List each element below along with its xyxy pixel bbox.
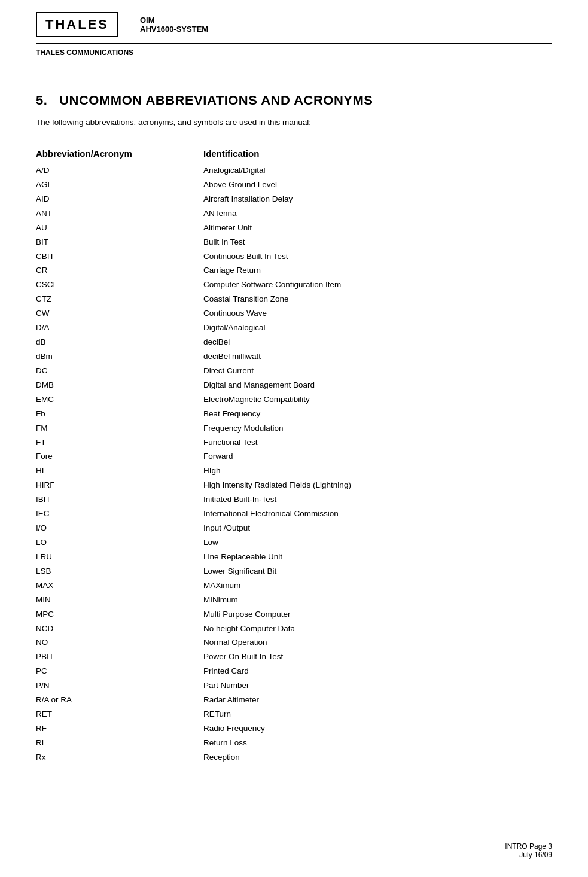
ident-cell: Beat Frequency bbox=[203, 408, 552, 421]
abbr-cell: P/N bbox=[36, 680, 203, 692]
doc-type: OIM bbox=[140, 16, 208, 25]
abbr-cell: NO bbox=[36, 637, 203, 649]
table-row: FMFrequency Modulation bbox=[36, 422, 552, 435]
abbr-cell: Fore bbox=[36, 450, 203, 463]
page-header: THALES OIM AHV1600-SYSTEM bbox=[36, 12, 552, 44]
abbr-cell: HIRF bbox=[36, 479, 203, 492]
page-container: THALES OIM AHV1600-SYSTEM THALES COMMUNI… bbox=[0, 0, 588, 877]
abbr-cell: D/A bbox=[36, 322, 203, 334]
section-number: 5. bbox=[36, 93, 47, 108]
abbr-cell: dB bbox=[36, 336, 203, 349]
abbr-cell: PC bbox=[36, 665, 203, 678]
table-row: LRULine Replaceable Unit bbox=[36, 551, 552, 564]
abbr-cell: RL bbox=[36, 737, 203, 750]
footer-line2: July 16/09 bbox=[505, 851, 552, 859]
ident-cell: ElectroMagnetic Compatibility bbox=[203, 394, 552, 406]
ident-cell: Digital and Management Board bbox=[203, 379, 552, 392]
ident-cell: MAXimum bbox=[203, 580, 552, 592]
table-rows-container: A/DAnalogical/DigitalAGLAbove Ground Lev… bbox=[36, 165, 552, 764]
abbr-cell: MPC bbox=[36, 608, 203, 621]
table-row: RETRETurn bbox=[36, 708, 552, 721]
table-row: LOLow bbox=[36, 537, 552, 549]
ident-cell: Functional Test bbox=[203, 437, 552, 449]
abbr-cell: A/D bbox=[36, 165, 203, 177]
table-row: AUAltimeter Unit bbox=[36, 222, 552, 235]
col-abbr-header: Abbreviation/Acronym bbox=[36, 148, 203, 159]
abbr-cell: dBm bbox=[36, 351, 203, 363]
abbr-cell: LRU bbox=[36, 551, 203, 564]
abbr-cell: CBIT bbox=[36, 251, 203, 263]
abbr-cell: AGL bbox=[36, 179, 203, 191]
table-row: NONormal Operation bbox=[36, 637, 552, 649]
abbr-cell: AID bbox=[36, 193, 203, 206]
ident-cell: No height Computer Data bbox=[203, 623, 552, 635]
table-row: I/OInput /Output bbox=[36, 522, 552, 535]
table-row: PCPrinted Card bbox=[36, 665, 552, 678]
abbr-cell: IBIT bbox=[36, 494, 203, 506]
section-title: 5. UNCOMMON ABBREVIATIONS AND ACRONYMS bbox=[36, 93, 552, 108]
ident-cell: deciBel milliwatt bbox=[203, 351, 552, 363]
table-row: PBITPower On Built In Test bbox=[36, 651, 552, 663]
abbr-cell: FT bbox=[36, 437, 203, 449]
table-row: P/NPart Number bbox=[36, 680, 552, 692]
table-row: HIHIgh bbox=[36, 465, 552, 477]
ident-cell: deciBel bbox=[203, 336, 552, 349]
table-row: CTZCoastal Transition Zone bbox=[36, 293, 552, 306]
abbr-cell: CR bbox=[36, 264, 203, 277]
table-row: DCDirect Current bbox=[36, 365, 552, 377]
company-name: THALES COMMUNICATIONS bbox=[36, 48, 552, 57]
table-row: MAXMAXimum bbox=[36, 580, 552, 592]
table-row: dBdeciBel bbox=[36, 336, 552, 349]
abbr-cell: LO bbox=[36, 537, 203, 549]
ident-cell: Continuous Wave bbox=[203, 307, 552, 320]
footer-line1: INTRO Page 3 bbox=[505, 842, 552, 851]
abbr-cell: PBIT bbox=[36, 651, 203, 663]
table-row: ForeForward bbox=[36, 450, 552, 463]
table-row: CRCarriage Return bbox=[36, 264, 552, 277]
table-row: RLReturn Loss bbox=[36, 737, 552, 750]
doc-info: OIM AHV1600-SYSTEM bbox=[140, 16, 208, 34]
page-footer: INTRO Page 3 July 16/09 bbox=[505, 842, 552, 859]
table-row: MINMINimum bbox=[36, 594, 552, 607]
table-row: RFRadio Frequency bbox=[36, 723, 552, 735]
logo-area: THALES OIM AHV1600-SYSTEM bbox=[36, 12, 208, 37]
table-row: DMBDigital and Management Board bbox=[36, 379, 552, 392]
abbr-cell: ANT bbox=[36, 208, 203, 220]
table-row: AGLAbove Ground Level bbox=[36, 179, 552, 191]
abbr-cell: Rx bbox=[36, 751, 203, 764]
table-row: LSBLower Significant Bit bbox=[36, 565, 552, 578]
ident-cell: Carriage Return bbox=[203, 264, 552, 277]
doc-id: AHV1600-SYSTEM bbox=[140, 25, 208, 34]
ident-cell: High Intensity Radiated Fields (Lightnin… bbox=[203, 479, 552, 492]
ident-cell: Part Number bbox=[203, 680, 552, 692]
ident-cell: Forward bbox=[203, 450, 552, 463]
abbr-cell: CSCI bbox=[36, 279, 203, 291]
ident-cell: Line Replaceable Unit bbox=[203, 551, 552, 564]
table-row: IBITInitiated Built-In-Test bbox=[36, 494, 552, 506]
ident-cell: ANTenna bbox=[203, 208, 552, 220]
ident-cell: HIgh bbox=[203, 465, 552, 477]
table-row: R/A or RARadar Altimeter bbox=[36, 694, 552, 707]
ident-cell: Altimeter Unit bbox=[203, 222, 552, 235]
table-row: D/ADigital/Analogical bbox=[36, 322, 552, 334]
abbr-cell: IEC bbox=[36, 508, 203, 520]
ident-cell: Frequency Modulation bbox=[203, 422, 552, 435]
abbr-cell: MIN bbox=[36, 594, 203, 607]
abbr-cell: RF bbox=[36, 723, 203, 735]
company-logo: THALES bbox=[36, 12, 118, 37]
table-row: NCDNo height Computer Data bbox=[36, 623, 552, 635]
ident-cell: RETurn bbox=[203, 708, 552, 721]
table-row: EMCElectroMagnetic Compatibility bbox=[36, 394, 552, 406]
col-ident-header: Identification bbox=[203, 148, 552, 159]
abbr-cell: I/O bbox=[36, 522, 203, 535]
ident-cell: MINimum bbox=[203, 594, 552, 607]
table-row: BITBuilt In Test bbox=[36, 236, 552, 249]
ident-cell: Multi Purpose Computer bbox=[203, 608, 552, 621]
abbr-cell: LSB bbox=[36, 565, 203, 578]
abbr-cell: FM bbox=[36, 422, 203, 435]
abbr-cell: NCD bbox=[36, 623, 203, 635]
abbr-cell: Fb bbox=[36, 408, 203, 421]
ident-cell: Normal Operation bbox=[203, 637, 552, 649]
ident-cell: Low bbox=[203, 537, 552, 549]
abbr-cell: AU bbox=[36, 222, 203, 235]
